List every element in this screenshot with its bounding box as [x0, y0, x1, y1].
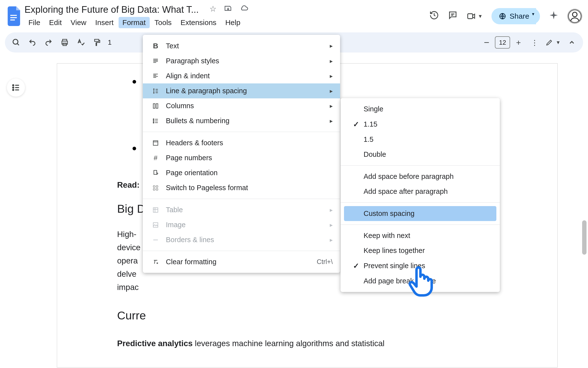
font-size-input[interactable]: 12: [495, 36, 510, 49]
history-icon[interactable]: [429, 10, 439, 22]
sub-item-keep-lines-together[interactable]: Keep lines together: [341, 243, 500, 258]
doc-text: impac: [117, 283, 139, 292]
doc-text: High-: [117, 230, 136, 239]
sub-item-keep-with-next[interactable]: Keep with next: [341, 228, 500, 243]
menu-insert[interactable]: Insert: [91, 17, 118, 28]
sub-label: Add space before paragraph: [364, 172, 454, 181]
document-title[interactable]: Exploring the Future of Big Data: What T…: [24, 4, 199, 15]
sub-item-add-before[interactable]: Add space before paragraph: [341, 169, 500, 184]
svg-rect-21: [154, 170, 157, 174]
line-spacing-icon: [151, 88, 160, 94]
star-icon[interactable]: ☆: [209, 4, 217, 15]
menu-item-switch-pageless[interactable]: Switch to Pageless format: [143, 180, 340, 195]
zoom-fragment: 1: [108, 39, 112, 46]
font-size-increase-icon[interactable]: +: [513, 37, 524, 48]
menu-edit[interactable]: Edit: [45, 17, 66, 28]
clear-formatting-icon: [151, 259, 160, 265]
page-orientation-icon: [151, 170, 160, 176]
sub-label: Custom spacing: [364, 210, 415, 218]
submenu-arrow-icon: ▸: [330, 88, 333, 94]
menu-label: Switch to Pageless format: [166, 184, 248, 192]
scrollbar-thumb[interactable]: [582, 220, 587, 255]
check-icon: ✓: [351, 120, 361, 129]
spellcheck-icon[interactable]: [75, 37, 86, 48]
font-size-decrease-icon[interactable]: −: [481, 37, 492, 48]
menu-item-page-numbers[interactable]: # Page numbers: [143, 150, 340, 165]
menu-item-line-spacing[interactable]: Line & paragraph spacing ▸: [143, 83, 340, 98]
menu-help[interactable]: Help: [221, 17, 244, 28]
collapse-icon[interactable]: [566, 37, 577, 48]
menu-format[interactable]: Format: [119, 17, 150, 28]
sub-item-add-after[interactable]: Add space after paragraph: [341, 184, 500, 199]
format-dropdown-menu: B Text ▸ Paragraph styles ▸ Align & inde…: [143, 35, 340, 273]
menu-separator: [341, 224, 500, 225]
menu-item-align-indent[interactable]: Align & indent ▸: [143, 68, 340, 83]
bullets-icon: [151, 118, 160, 124]
submenu-arrow-icon: ▸: [330, 42, 333, 49]
svg-point-14: [13, 89, 14, 91]
move-icon[interactable]: [224, 4, 232, 15]
menu-file[interactable]: File: [24, 17, 44, 28]
menu-label: Text: [166, 42, 179, 50]
menu-item-image: Image ▸: [143, 217, 340, 232]
svg-rect-15: [153, 104, 155, 108]
paint-format-icon[interactable]: [92, 37, 102, 48]
menu-item-text[interactable]: B Text ▸: [143, 38, 340, 53]
print-icon[interactable]: [59, 37, 70, 48]
svg-point-7: [13, 39, 18, 44]
submenu-arrow-icon: ▸: [330, 58, 333, 65]
sub-item-1-5[interactable]: 1.5: [341, 132, 500, 147]
menu-item-clear-formatting[interactable]: Clear formatting Ctrl+\: [143, 254, 340, 269]
sub-label: Add space after paragraph: [364, 187, 448, 196]
menu-view[interactable]: View: [67, 17, 90, 28]
submenu-arrow-icon: ▸: [330, 73, 333, 79]
sub-label: 1.5: [364, 135, 373, 144]
sub-label: 1.15: [364, 120, 377, 128]
menu-item-columns[interactable]: Columns ▸: [143, 98, 340, 113]
more-icon[interactable]: ⋮: [529, 37, 540, 48]
sub-label: Keep lines together: [364, 247, 425, 255]
avatar[interactable]: [567, 9, 582, 24]
menu-label: Columns: [166, 102, 194, 110]
sub-item-1-15[interactable]: ✓1.15: [341, 117, 500, 132]
undo-icon[interactable]: [27, 37, 38, 48]
svg-rect-23: [153, 223, 158, 227]
comments-icon[interactable]: [448, 10, 458, 22]
sub-item-custom-spacing[interactable]: Custom spacing: [344, 206, 496, 221]
menu-item-bullets-numbering[interactable]: Bullets & numbering ▸: [143, 113, 340, 128]
svg-rect-16: [156, 104, 158, 108]
scrollbar-track[interactable]: [582, 63, 587, 358]
svg-rect-22: [153, 208, 158, 212]
redo-icon[interactable]: [43, 37, 54, 48]
docs-logo[interactable]: [6, 5, 23, 27]
menu-item-page-orientation[interactable]: Page orientation: [143, 165, 340, 180]
menu-item-paragraph-styles[interactable]: Paragraph styles ▸: [143, 53, 340, 68]
sub-item-double[interactable]: Double: [341, 147, 500, 162]
sub-item-single[interactable]: Single: [341, 102, 500, 117]
menu-separator: [143, 199, 340, 199]
video-call-button[interactable]: ▼: [466, 11, 483, 21]
outline-toggle-button[interactable]: [7, 79, 25, 97]
menu-tools[interactable]: Tools: [151, 17, 176, 28]
menu-shortcut: Ctrl+\: [317, 258, 333, 266]
gemini-icon[interactable]: [549, 10, 559, 22]
columns-icon: [151, 103, 160, 109]
menu-extensions[interactable]: Extensions: [177, 17, 220, 28]
search-icon[interactable]: [11, 37, 22, 48]
share-dropdown-icon[interactable]: ▼: [529, 8, 540, 24]
pageless-icon: [151, 184, 160, 191]
menu-label: Clear formatting: [166, 258, 216, 266]
align-icon: [151, 73, 160, 79]
svg-rect-0: [10, 15, 17, 16]
cloud-status-icon[interactable]: [240, 4, 248, 15]
bullet-icon: ●: [132, 76, 137, 87]
submenu-arrow-icon: ▸: [330, 118, 333, 124]
menu-label: Page orientation: [166, 169, 218, 177]
doc-text-read: Read:: [117, 180, 140, 189]
editing-mode-button[interactable]: ▼: [545, 39, 561, 46]
svg-point-19: [153, 122, 154, 123]
menu-label: Page numbers: [166, 154, 212, 162]
check-icon: ✓: [351, 262, 361, 270]
menu-label: Line & paragraph spacing: [166, 87, 247, 95]
menu-item-headers-footers[interactable]: Headers & footers: [143, 135, 340, 150]
